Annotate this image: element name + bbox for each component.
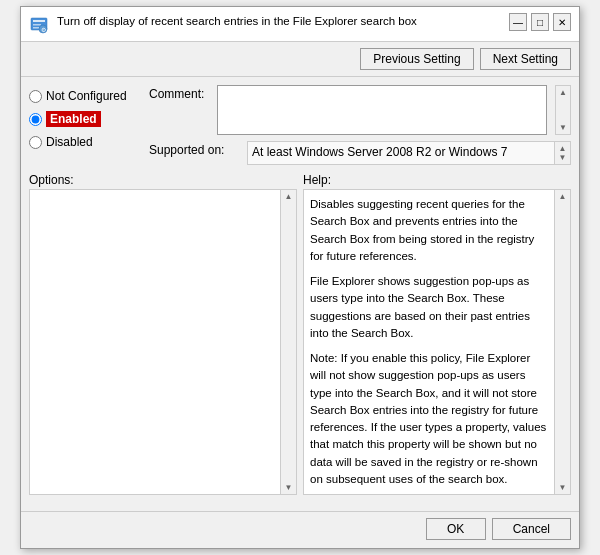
help-title: Help:: [303, 173, 571, 187]
help-p2: File Explorer shows suggestion pop-ups a…: [310, 273, 548, 342]
comment-section: Comment:: [149, 85, 571, 135]
enabled-label: Enabled: [46, 111, 101, 127]
toolbar: Previous Setting Next Setting: [21, 42, 579, 77]
title-bar-controls: — □ ✕: [509, 13, 571, 31]
help-panel: Help: Disables suggesting recent queries…: [303, 173, 571, 495]
maximize-button[interactable]: □: [531, 13, 549, 31]
supported-scrollbar[interactable]: [554, 142, 570, 164]
enabled-radio[interactable]: [29, 113, 42, 126]
svg-rect-3: [33, 27, 39, 29]
options-content: [29, 189, 297, 495]
disabled-label: Disabled: [46, 135, 93, 149]
not-configured-label: Not Configured: [46, 89, 127, 103]
svg-rect-1: [33, 20, 45, 22]
options-panel: Options:: [29, 173, 297, 495]
disabled-radio-item[interactable]: Disabled: [29, 135, 149, 149]
help-p3: Note: If you enable this policy, File Ex…: [310, 350, 548, 488]
options-inner: [30, 190, 280, 494]
bottom-panels: Options: Help: Disables suggesting recen…: [29, 173, 571, 495]
help-content: Disables suggesting recent queries for t…: [303, 189, 571, 495]
supported-value-wrap: At least Windows Server 2008 R2 or Windo…: [247, 141, 571, 165]
policy-icon: ⚙: [29, 15, 49, 35]
options-scrollbar[interactable]: [280, 190, 296, 494]
supported-label: Supported on:: [149, 141, 239, 157]
supported-value: At least Windows Server 2008 R2 or Windo…: [248, 142, 554, 164]
next-setting-button[interactable]: Next Setting: [480, 48, 571, 70]
comment-label: Comment:: [149, 85, 209, 135]
minimize-button[interactable]: —: [509, 13, 527, 31]
supported-section: Supported on: At least Windows Server 20…: [149, 141, 571, 165]
close-button[interactable]: ✕: [553, 13, 571, 31]
ok-button[interactable]: OK: [426, 518, 486, 540]
previous-setting-button[interactable]: Previous Setting: [360, 48, 473, 70]
comment-textarea[interactable]: [217, 85, 547, 135]
title-bar-text: Turn off display of recent search entrie…: [57, 13, 501, 29]
title-bar: ⚙ Turn off display of recent search entr…: [21, 7, 579, 42]
radio-section: Not Configured Enabled Disabled: [29, 85, 149, 149]
svg-text:⚙: ⚙: [41, 27, 46, 33]
footer: OK Cancel: [21, 511, 579, 548]
disabled-radio[interactable]: [29, 136, 42, 149]
right-section: Comment: Supported on: At least Windows …: [149, 85, 571, 165]
not-configured-radio-item[interactable]: Not Configured: [29, 89, 149, 103]
main-content: Not Configured Enabled Disabled Comm: [21, 77, 579, 511]
help-p1: Disables suggesting recent queries for t…: [310, 196, 548, 265]
policy-dialog: ⚙ Turn off display of recent search entr…: [20, 6, 580, 549]
comment-scrollbar[interactable]: [555, 85, 571, 135]
cancel-button[interactable]: Cancel: [492, 518, 571, 540]
not-configured-radio[interactable]: [29, 90, 42, 103]
help-scrollbar[interactable]: [554, 190, 570, 494]
svg-rect-2: [33, 24, 41, 26]
help-inner: Disables suggesting recent queries for t…: [304, 190, 554, 494]
options-title: Options:: [29, 173, 297, 187]
radio-group: Not Configured Enabled Disabled: [29, 89, 149, 149]
enabled-radio-item[interactable]: Enabled: [29, 111, 149, 127]
